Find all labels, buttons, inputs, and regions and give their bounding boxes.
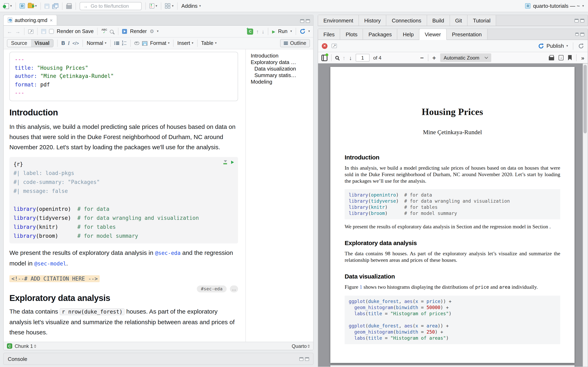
minimize-pane-icon[interactable] bbox=[575, 18, 579, 22]
pdf-heading-introduction: Introduction bbox=[345, 154, 560, 161]
project-menu-button[interactable]: R quarto-tutorials — ~ ▾ bbox=[525, 3, 584, 9]
code-format-button[interactable]: </> bbox=[72, 41, 79, 46]
save-all-button[interactable] bbox=[52, 3, 58, 9]
previous-page-icon[interactable]: ↑ bbox=[343, 54, 346, 61]
minimize-pane-icon[interactable] bbox=[300, 19, 304, 23]
tab-connections[interactable]: Connections bbox=[387, 15, 427, 26]
run-button[interactable]: Run bbox=[278, 29, 287, 34]
open-in-new-window-icon[interactable]: ↗ bbox=[332, 44, 337, 48]
refresh-viewer-icon[interactable] bbox=[578, 43, 584, 49]
tab-presentation[interactable]: Presentation bbox=[447, 29, 487, 40]
numbered-list-icon[interactable]: 1 —2 — bbox=[122, 40, 126, 46]
link-icon[interactable] bbox=[134, 42, 139, 45]
toggle-sidebar-icon[interactable] bbox=[321, 54, 328, 61]
outline-item-introduction[interactable]: Introduction bbox=[251, 53, 313, 59]
go-to-previous-chunk-icon[interactable]: ↑ bbox=[256, 28, 259, 34]
maximize-pane-icon[interactable] bbox=[305, 357, 309, 361]
sec-eda-ref[interactable]: @sec-eda bbox=[155, 250, 181, 256]
tab-plots[interactable]: Plots bbox=[340, 29, 363, 40]
paragraph-style-select[interactable]: Normal ▾ bbox=[87, 40, 107, 46]
goto-file-input[interactable] bbox=[90, 3, 135, 9]
outline-item-eda[interactable]: Exploratory data … bbox=[251, 59, 313, 66]
yaml-metadata-block[interactable]: ---title: "Housing Prices"author: "Mine … bbox=[9, 52, 238, 101]
tab-files[interactable]: Files bbox=[318, 29, 340, 40]
save-button[interactable] bbox=[44, 3, 49, 8]
console-pane-header[interactable]: Console bbox=[3, 353, 314, 365]
addins-button[interactable]: Addins ▾ bbox=[181, 3, 201, 9]
sec-model-ref[interactable]: @sec-model bbox=[34, 260, 66, 267]
gear-icon[interactable]: ⚙ bbox=[150, 29, 154, 34]
publish-button[interactable]: Publish ▾ bbox=[538, 43, 568, 49]
minimize-pane-icon[interactable] bbox=[575, 33, 579, 36]
find-replace-icon[interactable] bbox=[110, 30, 114, 33]
outline-item-modeling[interactable]: Modeling bbox=[251, 79, 313, 85]
maximize-pane-icon[interactable] bbox=[580, 18, 584, 22]
tab-authoring-qmd[interactable]: authoring.qmd × bbox=[4, 15, 57, 25]
zoom-level-select[interactable]: Automatic Zoom bbox=[440, 53, 491, 62]
forward-icon[interactable]: → bbox=[15, 28, 20, 34]
new-file-button[interactable]: ▾ bbox=[4, 3, 12, 9]
page-number-input[interactable] bbox=[356, 54, 370, 62]
insert-menu[interactable]: Insert ▾ bbox=[177, 40, 194, 46]
run-current-chunk-icon[interactable] bbox=[231, 160, 234, 164]
tab-history[interactable]: History bbox=[359, 15, 387, 26]
render-button[interactable]: Render bbox=[130, 29, 147, 34]
image-icon[interactable] bbox=[142, 41, 147, 45]
stop-icon[interactable]: ✕ bbox=[322, 43, 328, 49]
pdf-search-icon[interactable] bbox=[335, 56, 339, 59]
tab-build[interactable]: Build bbox=[427, 15, 450, 26]
more-tools-icon[interactable]: » bbox=[581, 54, 584, 61]
source-rerun-icon[interactable] bbox=[300, 29, 305, 34]
maximize-pane-icon[interactable] bbox=[580, 33, 584, 36]
save-document-button[interactable] bbox=[41, 29, 46, 34]
tab-packages[interactable]: Packages bbox=[363, 29, 398, 40]
insert-chunk-button[interactable]: C bbox=[247, 28, 253, 34]
section-options-button[interactable]: … bbox=[230, 285, 238, 292]
chunk-position-button[interactable]: Chunk 1 bbox=[15, 343, 36, 349]
tab-viewer[interactable]: Viewer bbox=[419, 29, 447, 40]
visual-editor-document[interactable]: ---title: "Housing Prices"author: "Mine … bbox=[4, 49, 245, 342]
outline-item-summary-statistics[interactable]: Summary statis… bbox=[251, 72, 313, 79]
visual-mode-button[interactable]: Visual bbox=[31, 40, 53, 47]
version-control-button[interactable]: ▾ bbox=[149, 3, 157, 8]
open-file-button[interactable]: ▾ bbox=[28, 4, 37, 8]
close-icon[interactable]: × bbox=[50, 17, 53, 23]
minimize-pane-icon[interactable] bbox=[299, 357, 303, 361]
back-icon[interactable]: ← bbox=[7, 28, 12, 34]
open-in-new-window-icon[interactable]: ↗ bbox=[28, 29, 34, 34]
tab-tutorial[interactable]: Tutorial bbox=[468, 15, 496, 26]
spellcheck-icon[interactable]: ABC ✓ bbox=[102, 29, 107, 34]
new-project-button[interactable]: R bbox=[20, 3, 25, 8]
print-button[interactable] bbox=[66, 4, 72, 9]
inline-r-code[interactable]: r nrow(duke_forest) bbox=[60, 308, 125, 315]
download-pdf-icon[interactable]: ↓ bbox=[559, 55, 563, 60]
tab-environment[interactable]: Environment bbox=[318, 15, 359, 26]
run-chunks-above-icon[interactable] bbox=[223, 160, 227, 164]
file-type-button[interactable]: Quarto bbox=[292, 343, 310, 349]
tab-help[interactable]: Help bbox=[398, 29, 420, 40]
go-to-next-chunk-icon[interactable]: ↓ bbox=[262, 28, 264, 34]
bookmark-icon[interactable] bbox=[568, 55, 572, 60]
source-mode-button[interactable]: Source bbox=[7, 40, 31, 47]
workspace-panes-button[interactable]: ▾ bbox=[165, 3, 173, 8]
bullet-list-icon[interactable] bbox=[114, 41, 119, 45]
bold-button[interactable]: B bbox=[61, 40, 65, 46]
code-chunk-load-pkgs[interactable]: {r}#| label: load-pkgs#| code-summary: "… bbox=[9, 157, 238, 243]
zoom-in-icon[interactable]: + bbox=[432, 54, 436, 61]
zoom-out-icon[interactable]: − bbox=[420, 54, 424, 61]
pdf-viewing-area[interactable]: Housing Prices Mine Çetinkaya-Rundel Int… bbox=[318, 64, 588, 367]
next-page-icon[interactable]: ↓ bbox=[349, 54, 352, 61]
pdf-scrollbar-thumb[interactable] bbox=[584, 65, 587, 133]
maximize-pane-icon[interactable] bbox=[306, 19, 310, 23]
figure-1-link[interactable]: 1 bbox=[360, 284, 362, 290]
print-pdf-icon[interactable] bbox=[549, 56, 554, 60]
outline-item-data-visualization[interactable]: Data visualization bbox=[251, 66, 313, 72]
render-on-save-checkbox[interactable] bbox=[49, 29, 54, 34]
italic-button[interactable]: I bbox=[68, 40, 70, 46]
outline-toggle-button[interactable]: Outline bbox=[280, 39, 310, 47]
pdf-scrollbar[interactable] bbox=[583, 64, 588, 367]
format-menu[interactable]: Format ▾ bbox=[150, 40, 169, 46]
goto-file-search[interactable]: → bbox=[80, 2, 142, 10]
tab-git[interactable]: Git bbox=[450, 15, 467, 26]
table-menu[interactable]: Table ▾ bbox=[201, 40, 217, 46]
